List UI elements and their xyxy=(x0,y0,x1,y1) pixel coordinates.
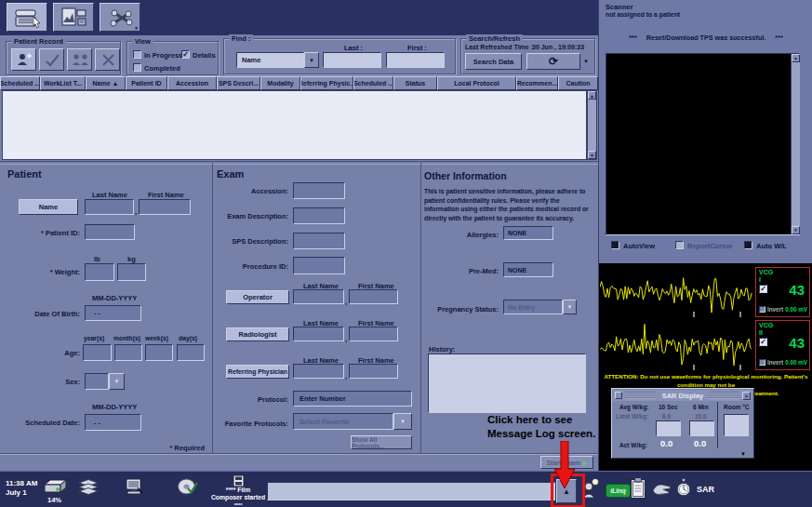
column-header-name[interactable]: Name ▲ xyxy=(86,76,126,90)
scheduled-date-input[interactable]: - - xyxy=(85,414,141,431)
autoview-checkbox[interactable] xyxy=(611,241,619,249)
worklist-table-body[interactable] xyxy=(2,90,587,160)
age-days-input[interactable] xyxy=(177,344,205,361)
queue-stack-icon[interactable] xyxy=(76,477,101,500)
column-header-modality[interactable]: Modality xyxy=(260,76,300,90)
column-header-recommended[interactable]: Recommen... xyxy=(516,76,558,90)
vcg2-enable-checkbox[interactable]: ✓ xyxy=(759,338,767,346)
find-field-dropdown-arrow[interactable]: ▼ xyxy=(304,52,319,68)
radiologist-first-name-input[interactable] xyxy=(349,327,398,341)
ilinq-icon[interactable]: iLinq xyxy=(606,484,631,498)
sar-close-icon[interactable]: ✕ xyxy=(742,392,751,400)
search-data-button[interactable]: Search Data xyxy=(465,53,522,70)
hand-tool-icon[interactable] xyxy=(651,482,672,500)
operator-button[interactable]: Operator xyxy=(226,290,289,304)
patient-first-name-label: First Name xyxy=(148,191,184,199)
accession-input[interactable] xyxy=(293,182,345,199)
dob-input[interactable]: - - xyxy=(85,305,141,321)
column-header-status[interactable]: Status xyxy=(393,76,437,90)
sex-dropdown-arrow[interactable]: ▼ xyxy=(109,373,125,390)
referring-first-name-input[interactable] xyxy=(349,364,398,379)
find-first-input[interactable] xyxy=(386,52,445,68)
refresh-dropdown-arrow[interactable]: ▼ xyxy=(583,59,589,64)
tools-dropdown-arrow-icon[interactable]: ▼ xyxy=(134,25,139,31)
vcg1-enable-checkbox[interactable]: ✓ xyxy=(759,285,767,293)
clipboard-icon[interactable] xyxy=(630,476,646,503)
scroll-up-icon[interactable]: ▲ xyxy=(588,91,596,100)
stopwatch-icon[interactable] xyxy=(676,478,691,501)
worklist-scrollbar[interactable]: ▲ ▼ xyxy=(587,90,597,160)
new-patient-button[interactable] xyxy=(11,48,36,71)
vcg2-label: VCG xyxy=(759,322,773,328)
column-header-scheduled-1[interactable]: Scheduled ... xyxy=(0,76,40,90)
pregnancy-status-select[interactable]: No Entry xyxy=(503,300,563,314)
column-header-accession[interactable]: Accession xyxy=(167,76,217,90)
sar-resize-icon[interactable]: ▼ xyxy=(740,451,746,457)
pre-med-label: Pre-Med: xyxy=(420,267,499,275)
show-all-protocols-button[interactable]: Show All Protocols... xyxy=(351,435,412,449)
auto-wl-checkbox[interactable] xyxy=(744,241,752,249)
sps-description-input[interactable] xyxy=(293,233,345,249)
refresh-button[interactable]: ⟳ xyxy=(526,53,580,70)
radiologist-last-name-input[interactable] xyxy=(293,327,344,341)
find-field-select[interactable]: Name xyxy=(236,52,304,68)
operator-first-name-input[interactable] xyxy=(349,289,398,304)
merge-patients-button[interactable] xyxy=(67,48,92,71)
favorite-protocols-dropdown-arrow[interactable]: ▼ xyxy=(393,413,412,430)
referring-last-name-input[interactable] xyxy=(293,364,344,379)
find-last-input[interactable] xyxy=(323,52,381,68)
sex-select[interactable] xyxy=(85,373,109,390)
viewer-scroll-up-icon[interactable]: ▲ xyxy=(792,54,800,62)
dob-format-label: MM-DD-YYYY xyxy=(92,294,137,302)
age-label: Age: xyxy=(0,349,80,357)
viewer-scrollbar[interactable]: ▲ ▼ xyxy=(791,54,800,234)
scroll-down-icon[interactable]: ▼ xyxy=(588,151,596,159)
patient-id-input[interactable] xyxy=(85,224,135,240)
details-checkbox[interactable]: ✓ xyxy=(181,50,190,59)
sar-titlebar[interactable]: SAR Display ✕ xyxy=(613,390,752,401)
pre-med-input[interactable]: NONE xyxy=(503,262,553,277)
worklist-toolbar-button[interactable] xyxy=(7,3,47,32)
age-years-input[interactable] xyxy=(83,344,112,361)
search-refresh-group-title: Search/Refresh xyxy=(466,34,523,43)
vcg2-invert-checkbox[interactable] xyxy=(759,359,765,366)
workstation-icon[interactable] xyxy=(124,477,145,500)
sar-6min-header: 6 Min xyxy=(693,404,709,410)
exam-description-input[interactable] xyxy=(293,207,345,224)
age-weeks-input[interactable] xyxy=(145,344,173,361)
tools-toolbar-button[interactable]: ▼ xyxy=(100,3,140,32)
patient-last-name-input[interactable] xyxy=(85,199,134,215)
column-header-worklist-t[interactable]: WorkList T... xyxy=(40,76,86,90)
operator-last-name-input[interactable] xyxy=(293,289,344,304)
image-management-toolbar-button[interactable] xyxy=(53,3,94,32)
column-header-scheduled-2[interactable]: Scheduled ... xyxy=(353,76,393,90)
viewer-scroll-down-icon[interactable]: ▼ xyxy=(792,226,800,234)
referring-physician-button[interactable]: Referring Physician xyxy=(226,365,289,379)
column-header-referring-physician[interactable]: Referring Physic... xyxy=(300,76,353,90)
in-progress-checkbox[interactable] xyxy=(133,50,141,59)
report-cursor-checkbox[interactable] xyxy=(675,241,684,249)
vcg1-invert-checkbox[interactable] xyxy=(759,306,765,313)
pregnancy-dropdown-arrow[interactable]: ▼ xyxy=(563,300,577,314)
discontinue-patient-button[interactable] xyxy=(95,48,120,71)
find-first-label: First : xyxy=(407,44,427,52)
image-viewport[interactable] xyxy=(606,53,800,235)
name-button[interactable]: Name xyxy=(19,199,78,215)
procedure-id-input[interactable] xyxy=(293,257,345,274)
protocol-input[interactable]: Enter Number xyxy=(293,391,412,407)
radiologist-button[interactable]: Radiologist xyxy=(226,327,289,341)
column-header-local-protocol[interactable]: Local Protocol xyxy=(437,76,516,90)
weight-kg-input[interactable] xyxy=(117,263,146,281)
column-header-patient-id[interactable]: Patient ID xyxy=(126,76,167,90)
patient-first-name-input[interactable] xyxy=(139,199,191,215)
history-textarea[interactable] xyxy=(428,354,586,413)
age-months-input[interactable] xyxy=(114,344,142,361)
favorite-protocols-select[interactable]: Select Favorite xyxy=(293,413,393,430)
edit-patient-button[interactable] xyxy=(39,48,64,71)
column-header-caution[interactable]: Caution xyxy=(558,76,598,90)
weight-lb-input[interactable] xyxy=(85,263,114,281)
media-check-icon[interactable] xyxy=(177,477,200,500)
completed-checkbox[interactable] xyxy=(133,63,141,72)
column-header-sps-descr[interactable]: SPS Descri... xyxy=(217,76,260,90)
allergies-input[interactable]: NONE xyxy=(503,226,553,240)
